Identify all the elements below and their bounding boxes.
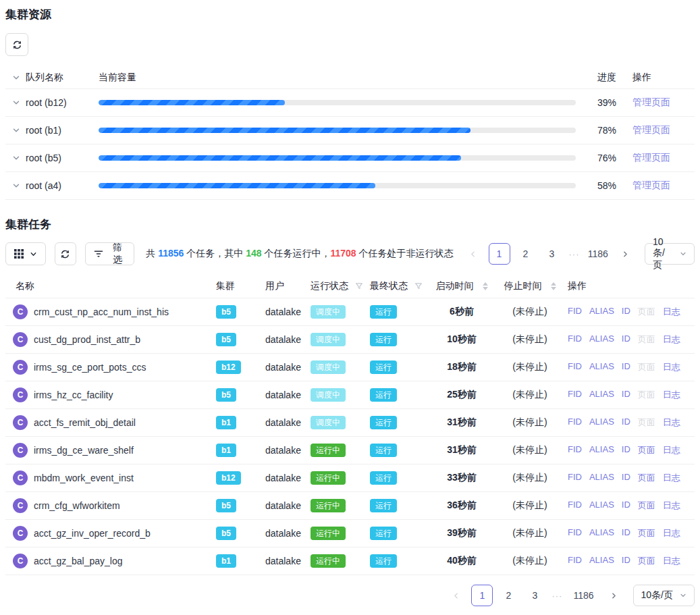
page-size-select[interactable]: 10条/页 <box>645 243 695 265</box>
queue-manage-link[interactable]: 管理页面 <box>632 97 670 107</box>
queue-row: root (b1) 78% 管理页面 <box>5 117 695 144</box>
run-status-filter-icon[interactable] <box>355 282 363 290</box>
action-alias-link[interactable]: ALIAS <box>589 555 614 567</box>
action-fid-link[interactable]: FID <box>568 555 582 567</box>
task-row: C irms_hz_cc_facility b5 datalake 调度中 运行… <box>5 381 695 409</box>
page-2-button[interactable]: 2 <box>497 585 519 606</box>
page-3-button[interactable]: 3 <box>541 243 563 265</box>
action-id-link[interactable]: ID <box>622 361 630 373</box>
stop-time-sorter-icon[interactable] <box>551 282 556 290</box>
action-alias-link[interactable]: ALIAS <box>589 500 614 512</box>
summary-prefix: 共 <box>146 248 158 259</box>
task-name: crm_cfg_wfworkitem <box>34 500 120 511</box>
expand-queue-icon[interactable] <box>12 126 20 134</box>
final-status-filter-icon[interactable] <box>414 282 423 290</box>
action-fid-link[interactable]: FID <box>568 527 582 539</box>
action-alias-link[interactable]: ALIAS <box>589 444 614 456</box>
action-alias-link[interactable]: ALIAS <box>589 361 614 373</box>
run-status-badge: 调度中 <box>311 305 346 319</box>
page-ellipsis[interactable]: ··· <box>568 249 581 259</box>
action-id-link[interactable]: ID <box>622 472 630 484</box>
action-page-link[interactable]: 页面 <box>638 527 655 539</box>
task-name: acct_gz_inv_oper_record_b <box>34 528 151 539</box>
action-fid-link[interactable]: FID <box>568 500 582 512</box>
queue-manage-link[interactable]: 管理页面 <box>632 124 670 135</box>
filter-button[interactable]: 筛选 <box>85 242 135 265</box>
action-fid-link[interactable]: FID <box>568 333 582 346</box>
action-page-link[interactable]: 页面 <box>638 500 655 512</box>
action-log-link[interactable]: 日志 <box>663 361 680 373</box>
task-actions: FIDALIASID页面日志 <box>564 361 695 373</box>
expand-queue-icon[interactable] <box>12 154 20 162</box>
action-id-link[interactable]: ID <box>622 555 630 567</box>
action-alias-link[interactable]: ALIAS <box>589 333 614 346</box>
action-alias-link[interactable]: ALIAS <box>589 527 614 539</box>
page-last-button[interactable]: 1186 <box>586 243 610 265</box>
layout-grid-button[interactable] <box>5 242 46 265</box>
action-page-link[interactable]: 页面 <box>638 555 655 567</box>
page-2-button[interactable]: 2 <box>515 243 537 265</box>
start-time: 25秒前 <box>427 389 496 401</box>
action-log-link[interactable]: 日志 <box>663 333 680 346</box>
action-id-link[interactable]: ID <box>622 444 630 456</box>
task-summary: 共 11856 个任务，其中 148 个任务运行中，11708 个任务处于非运行… <box>146 248 453 260</box>
action-page-link[interactable]: 页面 <box>638 472 655 484</box>
prev-page-button[interactable] <box>445 585 466 606</box>
task-user: datalake <box>261 445 306 456</box>
action-id-link[interactable]: ID <box>622 500 630 512</box>
stop-time: (未停止) <box>496 527 564 539</box>
stop-time: (未停止) <box>496 417 564 429</box>
summary-mid2: 个任务运行中， <box>262 248 331 259</box>
page-last-button[interactable]: 1186 <box>568 585 598 606</box>
action-log-link[interactable]: 日志 <box>663 500 680 512</box>
action-fid-link[interactable]: FID <box>568 444 582 456</box>
page-ellipsis[interactable]: ··· <box>550 591 564 601</box>
next-page-button[interactable] <box>615 243 637 265</box>
task-row: C irms_dg_ce_ware_shelf b1 datalake 运行中 … <box>5 437 695 464</box>
action-id-link[interactable]: ID <box>622 417 630 429</box>
page-1-button[interactable]: 1 <box>489 243 510 265</box>
action-alias-link[interactable]: ALIAS <box>589 306 614 318</box>
expand-queue-icon[interactable] <box>12 99 20 107</box>
expand-queue-icon[interactable] <box>12 182 20 190</box>
action-alias-link[interactable]: ALIAS <box>589 417 614 429</box>
action-id-link[interactable]: ID <box>622 389 630 401</box>
action-alias-link[interactable]: ALIAS <box>589 389 614 401</box>
action-fid-link[interactable]: FID <box>568 361 582 373</box>
task-row: C acct_gz_inv_oper_record_b b5 datalake … <box>5 520 695 547</box>
action-log-link[interactable]: 日志 <box>663 417 680 429</box>
action-id-link[interactable]: ID <box>622 333 630 346</box>
action-log-link[interactable]: 日志 <box>663 555 680 567</box>
action-fid-link[interactable]: FID <box>568 306 582 318</box>
page-size-select[interactable]: 10条/页 <box>633 585 695 606</box>
action-id-link[interactable]: ID <box>622 527 630 539</box>
queue-manage-link[interactable]: 管理页面 <box>632 180 670 190</box>
start-time: 10秒前 <box>427 333 496 346</box>
action-log-link[interactable]: 日志 <box>663 389 680 401</box>
action-fid-link[interactable]: FID <box>568 389 582 401</box>
action-id-link[interactable]: ID <box>622 306 630 318</box>
pagination-bottom: 1 2 3 ··· 1186 10条/页 <box>445 585 695 606</box>
queue-manage-link[interactable]: 管理页面 <box>632 152 670 163</box>
action-fid-link[interactable]: FID <box>568 472 582 484</box>
prev-page-button[interactable] <box>462 243 484 265</box>
page-1-button[interactable]: 1 <box>471 585 493 606</box>
refresh-resources-button[interactable] <box>5 33 28 56</box>
run-status-badge: 运行中 <box>311 499 346 512</box>
action-log-link[interactable]: 日志 <box>663 472 680 484</box>
tasks-title: 集群任务 <box>5 218 695 232</box>
action-log-link[interactable]: 日志 <box>663 306 680 318</box>
start-time-sorter-icon[interactable] <box>483 282 488 290</box>
action-page-link[interactable]: 页面 <box>638 444 655 456</box>
next-page-button[interactable] <box>603 585 625 606</box>
action-fid-link[interactable]: FID <box>568 417 582 429</box>
collapse-all-icon[interactable] <box>12 74 20 82</box>
col-user: 用户 <box>261 280 306 292</box>
action-log-link[interactable]: 日志 <box>663 527 680 539</box>
action-alias-link[interactable]: ALIAS <box>589 472 614 484</box>
refresh-tasks-button[interactable] <box>55 242 76 265</box>
page-3-button[interactable]: 3 <box>524 585 545 606</box>
queue-capacity-cell <box>99 183 591 188</box>
action-log-link[interactable]: 日志 <box>663 444 680 456</box>
task-actions: FIDALIASID页面日志 <box>564 306 695 318</box>
